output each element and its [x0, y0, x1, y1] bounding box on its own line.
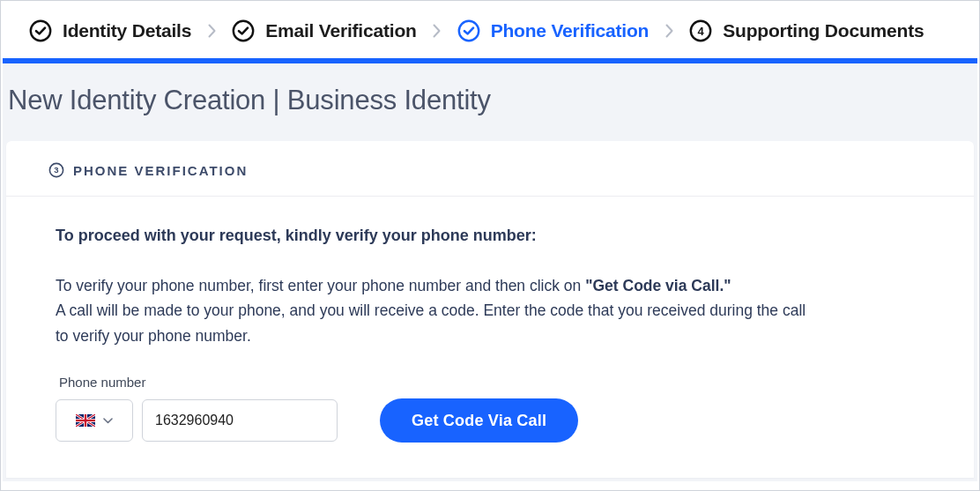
desc-bold: "Get Code via Call." — [585, 277, 731, 294]
step-email-verification[interactable]: Email Verification — [232, 19, 416, 42]
phone-field-label: Phone number — [59, 375, 924, 390]
card-header: 3 PHONE VERIFICATION — [6, 141, 974, 197]
step-number: 4 — [698, 25, 705, 38]
step-label: Phone Verification — [491, 20, 650, 41]
phone-input[interactable] — [142, 399, 338, 442]
step-number-icon: 3 — [48, 162, 64, 178]
chevron-right-icon — [207, 23, 216, 39]
step-label: Supporting Documents — [723, 20, 924, 41]
desc-part-2: A call will be made to your phone, and y… — [56, 301, 806, 344]
get-code-button[interactable]: Get Code Via Call — [380, 398, 578, 443]
check-circle-icon — [29, 19, 52, 42]
check-circle-icon — [232, 19, 255, 42]
chevron-right-icon — [664, 23, 673, 39]
lead-text: To proceed with your request, kindly ver… — [56, 227, 924, 245]
svg-text:3: 3 — [54, 165, 58, 175]
svg-point-2 — [458, 21, 478, 41]
country-code-select[interactable] — [56, 399, 133, 442]
flag-icon — [76, 414, 95, 427]
chevron-down-icon — [102, 415, 113, 426]
page-title: New Identity Creation | Business Identit… — [3, 63, 977, 141]
svg-rect-10 — [76, 420, 95, 421]
svg-point-0 — [31, 21, 50, 41]
step-identity-details[interactable]: Identity Details — [29, 19, 191, 42]
description-text: To verify your phone number, first enter… — [56, 273, 813, 348]
step-label: Identity Details — [63, 20, 191, 41]
svg-point-1 — [234, 21, 253, 41]
step-supporting-documents[interactable]: 4 Supporting Documents — [689, 19, 924, 42]
step-number-icon: 4 — [689, 19, 712, 42]
desc-part-1: To verify your phone number, first enter… — [56, 277, 585, 294]
phone-verification-card: 3 PHONE VERIFICATION To proceed with you… — [6, 141, 974, 478]
check-circle-icon — [457, 19, 480, 42]
wizard-stepper: Identity Details Email Verification Phon… — [3, 5, 977, 58]
step-phone-verification[interactable]: Phone Verification — [457, 19, 650, 42]
step-label: Email Verification — [265, 20, 416, 41]
card-step-title: PHONE VERIFICATION — [73, 163, 248, 178]
chevron-right-icon — [433, 23, 442, 39]
